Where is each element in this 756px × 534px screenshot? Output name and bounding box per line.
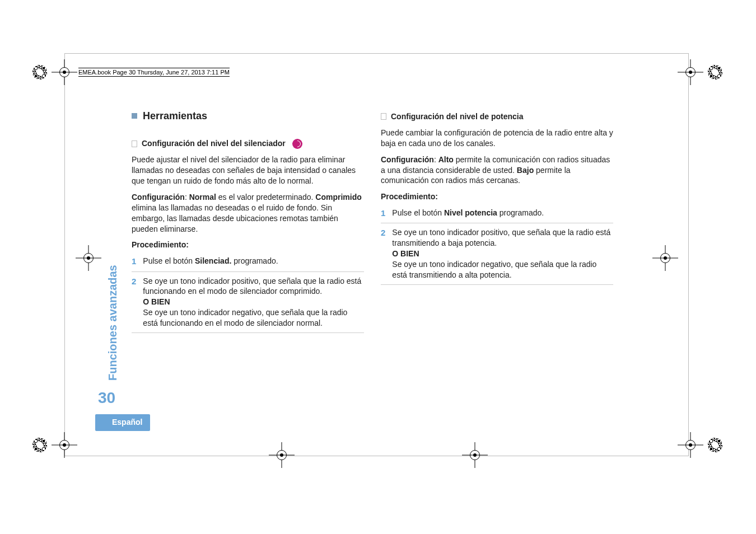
squelch-heading: Configuración del nivel del silenciador: [132, 138, 364, 149]
comprimido-label: Comprimido: [315, 193, 361, 202]
text: programado.: [497, 208, 544, 217]
silenciad-label: Silenciad.: [195, 256, 231, 265]
proc-colon: :: [435, 192, 438, 201]
text: es el valor predeterminado.: [216, 193, 315, 202]
squelch-config: Configuración: Normal es el valor predet…: [132, 192, 364, 235]
text: programado.: [231, 256, 278, 265]
step-2a: Se oye un tono indicador positivo, que s…: [392, 227, 613, 249]
squelch-heading-text: Configuración del nivel del silenciador: [142, 138, 286, 149]
radio-icon: [292, 139, 302, 149]
squelch-intro: Puede ajustar el nivel del silenciador d…: [132, 154, 364, 186]
or-label: O BIEN: [392, 249, 613, 259]
step-2a: Se oye un tono indicador positivo, que s…: [143, 276, 364, 297]
side-tab: Funciones avanzadas: [106, 213, 123, 381]
crosshair-icon: [678, 59, 703, 85]
power-intro: Puede cambiar la configuración de potenc…: [381, 128, 613, 149]
step-body: Pulse el botón Nivel potencia programado…: [392, 208, 613, 219]
crosshair-icon: [652, 245, 678, 271]
config-label: Configuración: [132, 193, 185, 202]
proc-colon: :: [186, 240, 189, 249]
content-area: Herramientas Configuración del nivel del…: [132, 109, 613, 337]
bajo-label: Bajo: [517, 166, 534, 175]
step-number: 2: [132, 276, 136, 329]
registration-mark-icon: [708, 65, 722, 79]
proc-text: Procedimiento: [381, 192, 435, 201]
step-body: Se oye un tono indicador positivo, que s…: [143, 276, 364, 329]
crosshair-icon: [52, 432, 77, 458]
page-icon: [381, 113, 386, 120]
language-label: Español: [95, 414, 150, 431]
text: Pulse el botón: [143, 256, 195, 265]
left-column: Herramientas Configuración del nivel del…: [132, 109, 364, 337]
step-number: 2: [381, 227, 385, 280]
proc-text: Procedimiento: [132, 240, 186, 249]
tools-heading: Herramientas: [132, 109, 364, 123]
config-label: Configuración: [381, 155, 434, 164]
procedure-label: Procedimiento:: [381, 191, 613, 202]
or-label: O BIEN: [143, 297, 364, 307]
alto-label: Alto: [438, 155, 454, 164]
normal-label: Normal: [189, 193, 216, 202]
crosshair-icon: [678, 432, 703, 458]
step-2b: Se oye un tono indicador negativo, que s…: [392, 259, 613, 280]
procedure-label: Procedimiento:: [132, 240, 364, 250]
square-bullet-icon: [132, 113, 137, 119]
registration-mark-icon: [32, 438, 47, 452]
step-body: Se oye un tono indicador positivo, que s…: [392, 227, 613, 280]
text: :: [185, 193, 189, 202]
crosshair-icon: [76, 245, 101, 271]
power-step-1: 1 Pulse el botón Nivel potencia programa…: [381, 208, 613, 223]
text: Pulse el botón: [392, 208, 444, 217]
squelch-step-1: 1 Pulse el botón Silenciad. programado.: [132, 256, 364, 271]
crosshair-icon: [269, 442, 295, 468]
squelch-step-2: 2 Se oye un tono indicador positivo, que…: [132, 276, 364, 333]
step-number: 1: [132, 256, 136, 267]
power-config: Configuración: Alto permite la comunicac…: [381, 154, 613, 186]
power-step-2: 2 Se oye un tono indicador positivo, que…: [381, 227, 613, 284]
right-column: Configuración del nivel de potencia Pued…: [381, 109, 613, 337]
power-heading-text: Configuración del nivel de potencia: [391, 111, 523, 122]
step-body: Pulse el botón Silenciad. programado.: [143, 256, 364, 267]
power-heading: Configuración del nivel de potencia: [381, 111, 613, 122]
page-icon: [132, 140, 137, 147]
text: :: [434, 155, 438, 164]
crosshair-icon: [462, 442, 488, 468]
step-2b: Se oye un tono indicador negativo, que s…: [143, 307, 364, 329]
nivel-potencia-label: Nivel potencia: [444, 208, 497, 217]
registration-mark-icon: [708, 438, 722, 452]
text: elimina las llamadas no deseadas o el ru…: [132, 203, 338, 233]
registration-mark-icon: [32, 65, 47, 79]
crosshair-icon: [52, 59, 77, 85]
book-header: EMEA.book Page 30 Thursday, June 27, 201…: [78, 68, 230, 77]
step-number: 1: [381, 208, 385, 219]
tools-heading-text: Herramientas: [143, 109, 207, 123]
page-number: 30: [98, 389, 115, 407]
